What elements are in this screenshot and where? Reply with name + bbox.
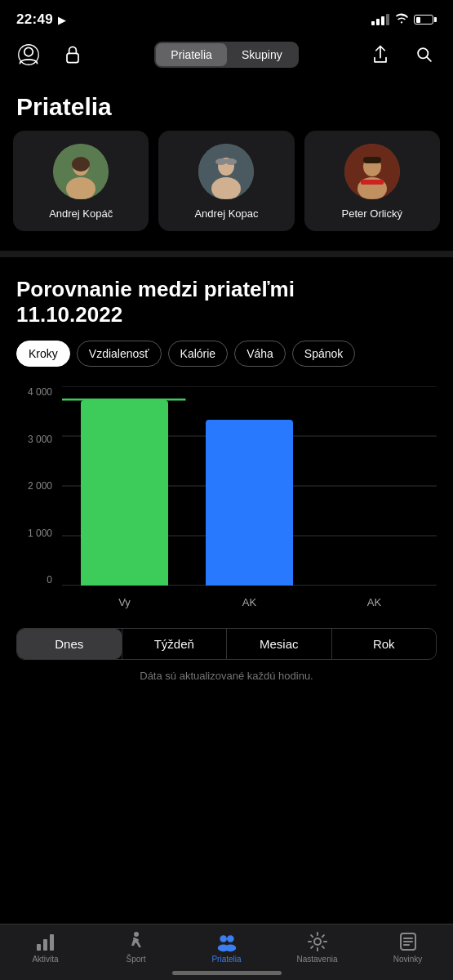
time-tab-tyzden[interactable]: Týždeň xyxy=(122,629,227,659)
svg-rect-18 xyxy=(363,157,381,163)
nav-item-nastavenia[interactable]: Nastavenia xyxy=(285,931,350,964)
nav-label-nastavenia: Nastavenia xyxy=(296,955,337,964)
svg-point-35 xyxy=(314,938,321,945)
svg-point-7 xyxy=(72,157,90,172)
bottom-spacer xyxy=(0,698,453,747)
nav-label-novinky: Novinky xyxy=(393,955,423,964)
status-bar: 22:49 ▶ xyxy=(0,0,453,36)
tab-skupiny[interactable]: Skupiny xyxy=(227,43,297,66)
bar-group-2: AK xyxy=(187,386,312,586)
friends-list: Andrej Kopáč Andrej Kopac xyxy=(0,131,453,247)
lock-icon-button[interactable] xyxy=(57,39,88,70)
svg-point-30 xyxy=(134,932,139,937)
friend-card-1[interactable]: Andrej Kopáč xyxy=(13,131,149,231)
svg-rect-29 xyxy=(50,934,54,951)
battery-icon xyxy=(414,15,437,24)
metric-tab-vaha[interactable]: Váha xyxy=(234,341,286,367)
nav-left xyxy=(13,39,88,70)
metric-tab-spanok[interactable]: Spánok xyxy=(292,341,355,367)
time-tab-dnes[interactable]: Dnes xyxy=(17,629,122,659)
svg-rect-27 xyxy=(37,944,41,951)
nav-item-priatelia[interactable]: Priatelia xyxy=(194,931,260,964)
svg-rect-20 xyxy=(361,180,384,185)
bar-ak1 xyxy=(206,420,293,586)
news-icon xyxy=(397,931,419,952)
chart-bars: Vy AK AK xyxy=(62,386,437,586)
status-icons xyxy=(371,12,437,27)
search-icon-button[interactable] xyxy=(409,39,440,70)
chart-container: 4 000 3 000 2 000 1 000 0 Vy AK AK xyxy=(16,386,437,615)
svg-point-32 xyxy=(227,935,234,942)
time-tabs: Dnes Týždeň Mesiac Rok xyxy=(16,628,437,660)
metric-tabs: Kroky Vzdialenosť Kalórie Váha Spánok xyxy=(16,341,437,367)
nav-label-aktivita: Aktivita xyxy=(32,955,58,964)
friend-card-2[interactable]: Andrej Kopac xyxy=(158,131,294,231)
settings-icon xyxy=(307,931,328,952)
metric-tab-vzdialenost[interactable]: Vzdialenosť xyxy=(77,341,162,367)
nav-right xyxy=(365,39,440,70)
friend-name-3: Peter Orlický xyxy=(342,207,402,221)
avatar-3 xyxy=(344,144,400,199)
friends-icon xyxy=(216,931,238,952)
metric-tab-kalorie[interactable]: Kalórie xyxy=(168,341,229,367)
activity-icon xyxy=(35,931,56,952)
location-icon: ▶ xyxy=(58,14,66,26)
friends-section-title: Priatelia xyxy=(0,80,453,131)
bar-vy xyxy=(81,400,168,586)
time-tab-mesiac[interactable]: Mesiac xyxy=(226,629,331,659)
svg-rect-2 xyxy=(67,53,78,62)
nav-item-novinky[interactable]: Novinky xyxy=(375,931,441,964)
chart-y-labels: 4 000 3 000 2 000 1 000 0 xyxy=(16,386,57,586)
nav-bar: Priatelia Skupiny xyxy=(0,36,453,80)
svg-point-34 xyxy=(224,944,236,951)
bar-label-ak1: AK xyxy=(242,596,256,608)
signal-icon xyxy=(371,14,389,25)
tab-priatelia[interactable]: Priatelia xyxy=(156,43,227,66)
segment-control: Priatelia Skupiny xyxy=(154,42,298,68)
update-note: Dáta sú aktualizované každú hodinu. xyxy=(16,670,437,698)
bar-label-ak2: AK xyxy=(367,596,381,608)
share-icon-button[interactable] xyxy=(365,39,396,70)
nav-label-sport: Šport xyxy=(127,955,146,964)
time-tab-rok[interactable]: Rok xyxy=(331,629,437,659)
section-divider xyxy=(0,251,453,257)
status-time: 22:49 xyxy=(16,11,53,28)
bar-group-3: AK xyxy=(312,386,437,586)
sport-icon xyxy=(126,931,147,952)
nav-item-sport[interactable]: Šport xyxy=(104,931,169,964)
avatar-2 xyxy=(198,144,254,199)
home-indicator xyxy=(172,971,282,975)
friend-name-1: Andrej Kopáč xyxy=(49,207,113,221)
nav-label-priatelia: Priatelia xyxy=(211,955,241,964)
svg-rect-28 xyxy=(43,939,47,951)
svg-point-31 xyxy=(220,935,227,942)
svg-point-6 xyxy=(66,177,95,199)
svg-point-11 xyxy=(211,177,241,199)
friend-card-3[interactable]: Peter Orlický xyxy=(304,131,440,231)
wifi-icon xyxy=(394,12,409,27)
bar-group-1: Vy xyxy=(62,386,187,586)
profile-icon-button[interactable] xyxy=(13,39,44,70)
nav-item-aktivita[interactable]: Aktivita xyxy=(13,931,78,964)
comparison-section: Porovnanie medzi priateľmi 11.10.2022 Kr… xyxy=(0,261,453,698)
friend-name-2: Andrej Kopac xyxy=(194,207,258,221)
avatar-1 xyxy=(53,144,109,199)
bar-label-vy: Vy xyxy=(118,596,131,608)
svg-point-0 xyxy=(24,47,33,56)
comparison-title: Porovnanie medzi priateľmi 11.10.2022 xyxy=(16,277,437,327)
metric-tab-kroky[interactable]: Kroky xyxy=(16,341,70,367)
